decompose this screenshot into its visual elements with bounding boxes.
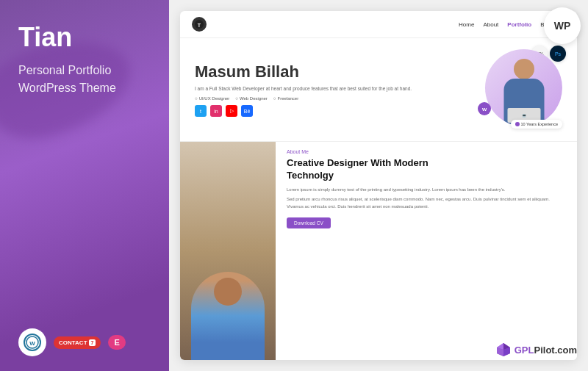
website-mockup: T Home About Portfolio Blog C Masum Bill…: [180, 11, 577, 360]
twitter-icon[interactable]: t: [195, 105, 207, 117]
hero-avatar: 💻: [485, 49, 562, 126]
about-image: [180, 142, 276, 360]
about-text-1: Lorem ipsum is simply dummy text of the …: [287, 187, 566, 194]
wp-circle-badge: WP: [544, 7, 581, 44]
wordpress-badge: W: [18, 328, 46, 356]
svg-text:T: T: [198, 23, 201, 28]
about-section-tag: About Me: [287, 149, 566, 154]
about-content: About Me Creative Designer With Modern T…: [276, 142, 577, 360]
exp-dot: [515, 122, 520, 126]
download-cv-button[interactable]: Download CV: [287, 217, 331, 228]
hero-tags: UI/UX Designer Web Designer Freelancer: [195, 96, 459, 101]
theme-subtitle: Personal Portfolio WordPress Theme: [18, 62, 151, 97]
contactform7-badge: CONTACT 7: [54, 336, 101, 349]
behance-icon[interactable]: Bē: [241, 105, 253, 117]
tag-uiux: UI/UX Designer: [195, 96, 229, 101]
wordpress-logo: W: [24, 334, 41, 351]
site-navigation: T Home About Portfolio Blog C: [180, 11, 577, 38]
about-person-head: [214, 278, 242, 306]
nav-home[interactable]: Home: [459, 21, 474, 28]
elementor-badge: E: [108, 335, 125, 350]
hero-name: Masum Billah: [195, 62, 459, 82]
nav-portfolio[interactable]: Portfolio: [507, 21, 531, 28]
tag-freelancer: Freelancer: [273, 96, 298, 101]
left-panel: Tian Personal Portfolio WordPress Theme …: [0, 0, 169, 371]
nav-about[interactable]: About: [483, 21, 498, 28]
gpl-text: GPLPilot.com: [514, 345, 577, 356]
site-logo: T: [192, 17, 207, 32]
theme-title: Tian: [18, 22, 151, 53]
youtube-icon[interactable]: ▷: [226, 105, 237, 117]
hero-social-links: t in ▷ Bē: [195, 105, 459, 117]
gpl-diamond-icon: [495, 342, 512, 358]
w-icon: w: [478, 102, 491, 115]
about-person-figure: [191, 272, 265, 360]
hero-description: I am a Full Stack Web Developer at heart…: [195, 85, 459, 93]
hero-text: Masum Billah I am a Full Stack Web Devel…: [195, 62, 459, 117]
site-hero: Masum Billah I am a Full Stack Web Devel…: [180, 38, 577, 141]
tag-webdesign: Web Designer: [235, 96, 268, 101]
right-panel: WP T Home About Portfolio Blog C: [169, 0, 588, 371]
gpl-pilot-logo: GPLPilot.com: [495, 342, 577, 358]
hero-image-area: SQL Ps 💻 w 10 Years Experience: [474, 49, 562, 130]
site-about-section: About Me Creative Designer With Modern T…: [180, 142, 577, 360]
about-title: Creative Designer With Modern Technolgy: [287, 157, 566, 182]
about-text-2: Sed pretium arcu rhoncus risus aliquet, …: [287, 196, 566, 210]
tech-badges: W CONTACT 7 E: [18, 328, 151, 356]
instagram-icon[interactable]: in: [210, 105, 222, 117]
experience-badge: 10 Years Experience: [511, 120, 562, 129]
svg-text:W: W: [29, 340, 35, 347]
